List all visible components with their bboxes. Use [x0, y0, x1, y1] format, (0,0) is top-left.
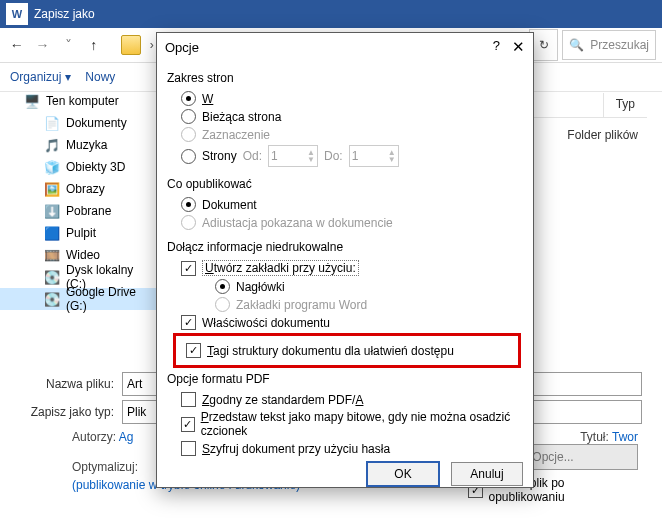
optimize-label: Optymalizuj:	[72, 460, 138, 474]
tree-item-music[interactable]: 🎵Muzyka	[0, 134, 162, 156]
organize-menu[interactable]: Organizuj ▾	[10, 70, 71, 84]
title-value[interactable]: Twor	[612, 430, 638, 444]
tree-item-label: Obiekty 3D	[66, 160, 125, 174]
drive-icon: 💽	[44, 269, 60, 285]
desktop-icon: 🟦	[44, 225, 60, 241]
group-pagerange: Zakres stron	[167, 71, 523, 85]
title-label: Tytuł:	[580, 430, 609, 444]
search-placeholder: Przeszukaj	[590, 38, 649, 52]
filename-label: Nazwa pliku:	[18, 377, 114, 391]
tree-item-label: Wideo	[66, 248, 100, 262]
radio-document[interactable]: Dokument	[181, 197, 523, 212]
window-title: Zapisz jako	[34, 7, 95, 21]
tree-item-3d[interactable]: 🧊Obiekty 3D	[0, 156, 162, 178]
column-type[interactable]: Typ	[603, 93, 647, 117]
cancel-button[interactable]: Anuluj	[451, 462, 523, 486]
radio-pages[interactable]: Strony	[181, 149, 237, 164]
tree-item-images[interactable]: 🖼️Obrazy	[0, 178, 162, 200]
tree-item-label: Pulpit	[66, 226, 96, 240]
nav-forward-button: →	[32, 33, 54, 57]
filetype-label: Zapisz jako typ:	[18, 405, 114, 419]
nav-up-button[interactable]: ↑	[83, 33, 105, 57]
options-dialog: Opcje ? ✕ Zakres stron W Bieżąca strona …	[156, 32, 534, 488]
documents-icon: 📄	[44, 115, 60, 131]
group-pdfopts: Opcje formatu PDF	[167, 372, 523, 386]
word-app-icon: W	[6, 3, 28, 25]
search-input[interactable]: 🔍 Przeszukaj	[562, 30, 656, 60]
tree-item-label: Dokumenty	[66, 116, 127, 130]
video-icon: 🎞️	[44, 247, 60, 263]
music-icon: 🎵	[44, 137, 60, 153]
folder-icon	[121, 35, 141, 55]
tree-item-documents[interactable]: 📄Dokumenty	[0, 112, 162, 134]
cube-icon: 🧊	[44, 159, 60, 175]
group-nonprint: Dołącz informacje niedrukowalne	[167, 240, 523, 254]
tree-item-downloads[interactable]: ⬇️Pobrane	[0, 200, 162, 222]
folder-type-label: Folder plików	[567, 128, 638, 142]
check-bookmarks[interactable]: UUtwórz zakładki przy użyciu:twórz zakła…	[181, 260, 523, 276]
pc-icon: 🖥️	[24, 93, 40, 109]
tree-item-label: Ten komputer	[46, 94, 119, 108]
authors-label: Autorzy:	[72, 430, 116, 444]
images-icon: 🖼️	[44, 181, 60, 197]
organize-label: Organizuj	[10, 70, 61, 84]
nav-history-button[interactable]: ˅	[57, 33, 79, 57]
radio-markup: Adiustacja pokazana w dokumencie	[181, 215, 523, 230]
new-folder-label: Nowy	[85, 70, 115, 84]
check-bitmap[interactable]: PPrzedstaw tekst jako mapy bitowe, gdy n…	[181, 410, 523, 438]
tree-item-pc[interactable]: 🖥️Ten komputer	[0, 90, 162, 112]
tree-item-desktop[interactable]: 🟦Pulpit	[0, 222, 162, 244]
authors-value[interactable]: Ag	[119, 430, 134, 444]
to-spin: 1▲▼	[349, 145, 399, 167]
close-button[interactable]: ✕	[512, 38, 525, 56]
check-tags[interactable]: TTagi struktury dokumentu dla ułatwień d…	[186, 343, 514, 358]
check-pdfa[interactable]: Zgodny ze standardem PDF/AZgodny ze stan…	[181, 392, 523, 407]
search-icon: 🔍	[569, 38, 584, 52]
tree-item-label: Pobrane	[66, 204, 111, 218]
nav-back-button[interactable]: ←	[6, 33, 28, 57]
help-button[interactable]: ?	[493, 38, 500, 56]
radio-headings[interactable]: Nagłówki	[215, 279, 523, 294]
new-folder-button[interactable]: Nowy	[85, 70, 115, 84]
group-publishwhat: Co opublikować	[167, 177, 523, 191]
check-docprops[interactable]: Właściwości dokumentu	[181, 315, 523, 330]
radio-selection: Zaznaczenie	[181, 127, 523, 142]
radio-all[interactable]: W	[181, 91, 523, 106]
drive-icon: 💽	[44, 291, 60, 307]
dialog-title: Opcje	[165, 40, 199, 55]
radio-current[interactable]: Bieżąca strona	[181, 109, 523, 124]
tree-item-label: Obrazy	[66, 182, 105, 196]
from-spin: 1▲▼	[268, 145, 318, 167]
tree-item-label: Muzyka	[66, 138, 107, 152]
downloads-icon: ⬇️	[44, 203, 60, 219]
ok-button[interactable]: OK	[367, 462, 439, 486]
dropdown-icon: ▾	[65, 70, 71, 84]
check-encrypt[interactable]: SSzyfruj dokument przy użyciu hasłazyfru…	[181, 441, 523, 456]
tree-item-label: Google Drive (G:)	[66, 285, 156, 313]
radio-wordbookmarks: Zakładki programu Word	[215, 297, 523, 312]
tree-item-googledrive[interactable]: 💽Google Drive (G:)	[0, 288, 162, 310]
